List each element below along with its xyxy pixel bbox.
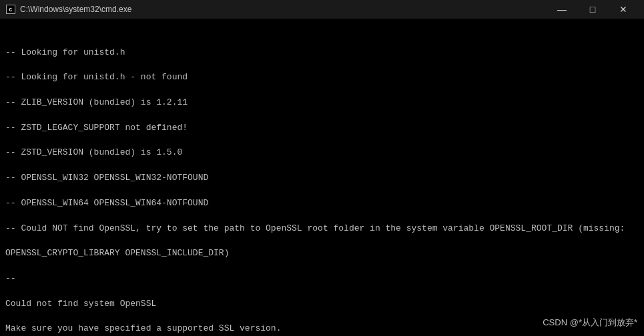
cmd-icon-wrapper: C <box>5 4 16 15</box>
terminal-line: -- ZLIB_VERSION (bundled) is 1.2.11 <box>5 97 639 109</box>
terminal-line: -- ZSTD_LEGACY_SUPPORT not defined! <box>5 122 639 135</box>
terminal-line: -- ZSTD_VERSION (bundled) is 1.5.0 <box>5 147 639 159</box>
title-bar-left: C C:\Windows\system32\cmd.exe <box>5 4 131 15</box>
terminal-line: Could not find system OpenSSL <box>5 298 639 311</box>
window-title: C:\Windows\system32\cmd.exe <box>20 5 131 14</box>
title-bar: C C:\Windows\system32\cmd.exe — □ ✕ <box>0 0 644 19</box>
terminal-line: -- OPENSSL_WIN64 OPENSSL_WIN64-NOTFOUND <box>5 197 639 210</box>
terminal-line: -- Looking for unistd.h <box>5 47 639 59</box>
maximize-button[interactable]: □ <box>577 0 608 19</box>
minimize-button[interactable]: — <box>547 0 577 19</box>
terminal-window: -- Looking for unistd.h -- Looking for u… <box>0 19 644 336</box>
terminal-content: -- Looking for unistd.h -- Looking for u… <box>5 47 639 336</box>
cmd-icon: C <box>6 5 15 14</box>
terminal-line: -- <box>5 273 639 285</box>
terminal-line: OPENSSL_CRYPTO_LIBRARY OPENSSL_INCLUDE_D… <box>5 247 639 260</box>
terminal-line: -- OPENSSL_WIN32 OPENSSL_WIN32-NOTFOUND <box>5 172 639 185</box>
terminal-line: -- Could NOT find OpenSSL, try to set th… <box>5 223 639 235</box>
window-controls: — □ ✕ <box>547 0 639 19</box>
watermark: CSDN @*从入门到放弃* <box>543 317 637 329</box>
close-button[interactable]: ✕ <box>608 0 639 19</box>
terminal-line: -- Looking for unistd.h - not found <box>5 71 639 84</box>
